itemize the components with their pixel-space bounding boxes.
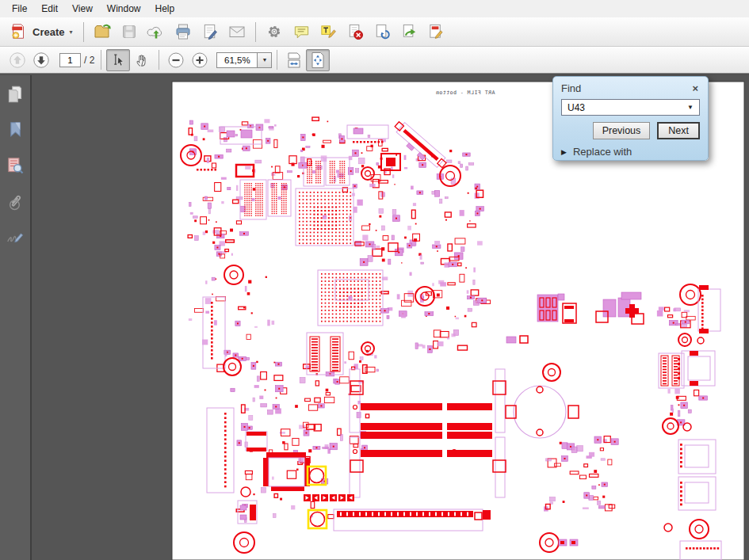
- sign-document-icon: [201, 23, 220, 41]
- menu-window[interactable]: Window: [100, 1, 148, 17]
- send-file-button[interactable]: [143, 21, 170, 43]
- find-dialog: Find × U43 ▼ Previous Next ▶ Replace wit…: [552, 76, 709, 161]
- fit-width-button[interactable]: [282, 49, 306, 71]
- replace-with-expander[interactable]: ▶ Replace with: [561, 146, 700, 158]
- find-query-text: U43: [567, 102, 687, 113]
- paperclip-icon: [6, 191, 25, 211]
- save-button[interactable]: [116, 21, 143, 43]
- toolbar-separator: [83, 22, 84, 42]
- save-icon: [120, 23, 138, 40]
- navigation-toolbar: / 2 61,5% ▼: [0, 47, 749, 74]
- previous-page-icon: [8, 51, 27, 70]
- zoom-out-icon: [166, 51, 185, 70]
- print-button[interactable]: [170, 21, 197, 43]
- menu-help[interactable]: Help: [148, 1, 182, 17]
- fill-sign-button[interactable]: [422, 21, 449, 43]
- toolbar-separator: [159, 50, 159, 70]
- delete-pages-button[interactable]: [342, 21, 369, 43]
- zoom-out-button[interactable]: [164, 49, 188, 71]
- menu-bar: File Edit View Window Help: [0, 0, 749, 17]
- sign-button[interactable]: [197, 21, 224, 43]
- adobe-reader-window: File Edit View Window Help Create ▾ / 2: [0, 0, 749, 560]
- next-page-button[interactable]: [29, 49, 53, 71]
- open-button[interactable]: [89, 21, 116, 43]
- previous-page-button[interactable]: [6, 49, 29, 71]
- svg-text:ART FILM - bottom: ART FILM - bottom: [435, 90, 495, 96]
- export-doc-button[interactable]: [396, 21, 422, 43]
- export-document-icon: [400, 23, 418, 41]
- page-thumbnails-button[interactable]: [3, 82, 27, 105]
- page-preview-button[interactable]: [3, 154, 27, 177]
- comment-bubble-icon: [292, 23, 311, 41]
- typewriter-icon: [319, 23, 338, 41]
- delete-pages-icon: [346, 23, 365, 41]
- navigation-pane: [0, 75, 32, 560]
- zoom-level-value: 61,5%: [216, 52, 258, 68]
- selection-tool-button[interactable]: [106, 49, 130, 71]
- toolbar-separator: [101, 50, 101, 70]
- next-page-icon: [32, 51, 51, 70]
- page-thumbnails-icon: [5, 84, 25, 105]
- refresh-doc-button[interactable]: [369, 21, 396, 43]
- main-toolbar: Create ▾: [0, 17, 749, 47]
- attachments-button[interactable]: [3, 189, 27, 212]
- zoom-in-button[interactable]: [188, 49, 212, 71]
- find-next-button[interactable]: Next: [657, 122, 700, 139]
- page-count-label: / 2: [84, 55, 94, 66]
- menu-view[interactable]: View: [65, 1, 100, 17]
- bookmarks-button[interactable]: [3, 118, 27, 141]
- hand-tool-icon: [133, 51, 151, 69]
- signatures-button[interactable]: [3, 225, 27, 248]
- replace-with-label: Replace with: [573, 146, 632, 158]
- fit-width-icon: [285, 51, 304, 70]
- gear-icon: [266, 23, 283, 40]
- chevron-down-icon: ▾: [69, 29, 72, 36]
- bookmarks-icon: [6, 120, 25, 139]
- zoom-dropdown-arrow[interactable]: ▼: [258, 52, 272, 68]
- menu-file[interactable]: File: [5, 1, 34, 17]
- close-icon[interactable]: ×: [690, 83, 700, 93]
- toolbar-separator: [277, 50, 277, 70]
- signature-icon: [5, 227, 25, 247]
- preferences-button[interactable]: [261, 21, 288, 43]
- fill-and-sign-icon: [427, 23, 445, 41]
- zoom-level-combo[interactable]: 61,5% ▼: [216, 52, 272, 68]
- hand-tool-button[interactable]: [130, 49, 154, 71]
- comment-button[interactable]: [288, 21, 315, 43]
- email-icon: [227, 22, 246, 41]
- open-folder-icon: [93, 22, 112, 41]
- find-dialog-title: Find: [561, 82, 581, 94]
- cloud-upload-icon: [147, 22, 166, 41]
- find-previous-button[interactable]: Previous: [593, 122, 651, 139]
- page-number-input[interactable]: [59, 53, 81, 67]
- typewriter-button[interactable]: [315, 21, 342, 43]
- find-search-combobox[interactable]: U43 ▼: [561, 99, 700, 116]
- fit-page-icon: [308, 51, 327, 70]
- email-button[interactable]: [224, 21, 250, 43]
- page-preview-icon: [5, 155, 25, 176]
- menu-edit[interactable]: Edit: [34, 1, 65, 17]
- refresh-document-icon: [373, 23, 392, 41]
- selection-tool-icon: [109, 51, 127, 69]
- create-pdf-icon: [10, 23, 28, 40]
- zoom-in-icon: [190, 51, 209, 70]
- create-button-label: Create: [32, 26, 64, 38]
- print-icon: [174, 22, 193, 41]
- create-button[interactable]: Create ▾: [4, 20, 78, 44]
- combo-dropdown-icon[interactable]: ▼: [687, 104, 694, 111]
- toolbar-separator: [255, 22, 256, 42]
- expander-triangle-icon: ▶: [561, 148, 567, 156]
- fit-page-button[interactable]: [306, 49, 330, 71]
